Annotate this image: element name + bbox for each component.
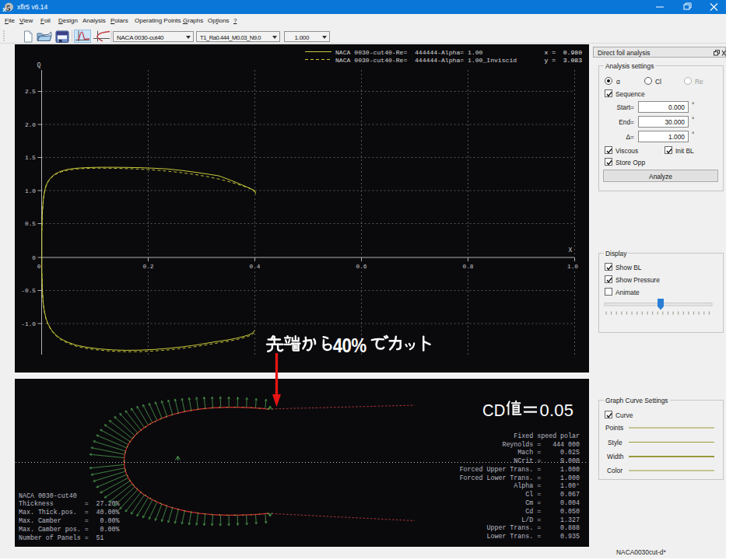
svg-text:X: X	[569, 247, 573, 254]
svg-text:Max. Thick.pos. = 40.00%: Max. Thick.pos. = 40.00%	[19, 509, 119, 516]
svg-text:NCrit = 9.000: NCrit = 9.000	[514, 457, 580, 464]
svg-text:1.0: 1.0	[25, 188, 36, 194]
svg-text:x = 0.980: x = 0.980	[544, 49, 582, 56]
svg-text:Cd = 0.050: Cd = 0.050	[525, 508, 580, 515]
svg-text:1.0: 1.0	[567, 264, 578, 270]
svg-text:y = 3.083: y = 3.083	[544, 57, 582, 64]
svg-text:2.0: 2.0	[25, 122, 36, 128]
svg-text:x: x	[2, 5, 6, 13]
svg-text:1.5: 1.5	[25, 155, 36, 161]
svg-text:Lower Trans. = 0.935: Lower Trans. = 0.935	[487, 533, 580, 540]
svg-text:Q: Q	[37, 61, 41, 68]
svg-text:CD: CD	[482, 401, 505, 419]
svg-text:5: 5	[6, 3, 11, 12]
svg-text:Cl = 0.067: Cl = 0.067	[525, 491, 580, 498]
svg-text:Mach = 0.025: Mach = 0.025	[517, 449, 580, 456]
svg-text:Forced Upper Trans. = 1.00: Forced Upper Trans. = 1.000	[460, 466, 580, 473]
svg-text:0.5: 0.5	[25, 221, 36, 227]
svg-text:0: 0	[37, 264, 41, 270]
svg-text:L/D = 1.327: L/D = 1.327	[521, 516, 580, 523]
svg-text:0: 0	[32, 255, 36, 261]
svg-text:-1.0: -1.0	[21, 321, 36, 327]
svg-text:Alpha = 1.00°: Alpha = 1.00°	[514, 482, 580, 489]
svg-text:NACA 0030-cut40-Re= 444444-Al: NACA 0030-cut40-Re= 444444-Alpha= 1.00	[335, 49, 483, 56]
svg-text:Thickness = 27.20%: Thickness = 27.20%	[19, 500, 119, 507]
svg-text:Forced Lower Trans. = 1.00: Forced Lower Trans. = 1.000	[460, 474, 580, 481]
svg-text:NACA 0030-cut40-Re= 444444-Al: NACA 0030-cut40-Re= 444444-Alpha= 1.00_I…	[335, 57, 517, 64]
svg-text:NACA 0030-cut40: NACA 0030-cut40	[19, 492, 77, 499]
svg-text:0.6: 0.6	[356, 264, 366, 270]
svg-text:0.2: 0.2	[142, 264, 153, 270]
svg-text:40%: 40%	[333, 334, 366, 356]
svg-text:Upper Trans. = 0.888: Upper Trans. = 0.888	[487, 524, 580, 531]
svg-text:0.05: 0.05	[540, 401, 574, 420]
svg-text:Max. Camber pos. = 0.00%: Max. Camber pos. = 0.00%	[19, 526, 119, 533]
svg-text:Number of Panels = 51: Number of Panels = 51	[19, 534, 104, 541]
svg-text:-0.5: -0.5	[21, 288, 36, 294]
svg-text:2.5: 2.5	[25, 89, 36, 95]
svg-text:0.4: 0.4	[249, 264, 260, 270]
svg-text:Reynolds = 444 000: Reynolds = 444 000	[502, 441, 580, 448]
svg-text:Cm = 0.004: Cm = 0.004	[525, 499, 580, 506]
svg-text:Max. Camber = 0.00%: Max. Camber = 0.00%	[19, 517, 119, 524]
svg-text:Fixed speed polar: Fixed speed polar	[514, 432, 580, 439]
svg-text:0.8: 0.8	[462, 264, 473, 270]
